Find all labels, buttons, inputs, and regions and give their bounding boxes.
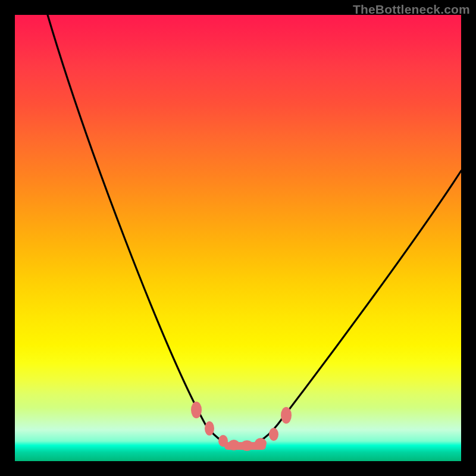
svg-point-1	[205, 421, 214, 436]
bottleneck-curve	[48, 15, 461, 446]
chart-svg	[15, 15, 461, 461]
svg-point-6	[269, 428, 278, 441]
watermark-text: TheBottleneck.com	[353, 2, 470, 17]
svg-rect-8	[224, 442, 266, 450]
chart-frame: TheBottleneck.com	[0, 0, 476, 476]
svg-point-0	[191, 402, 202, 418]
svg-point-7	[281, 407, 292, 424]
